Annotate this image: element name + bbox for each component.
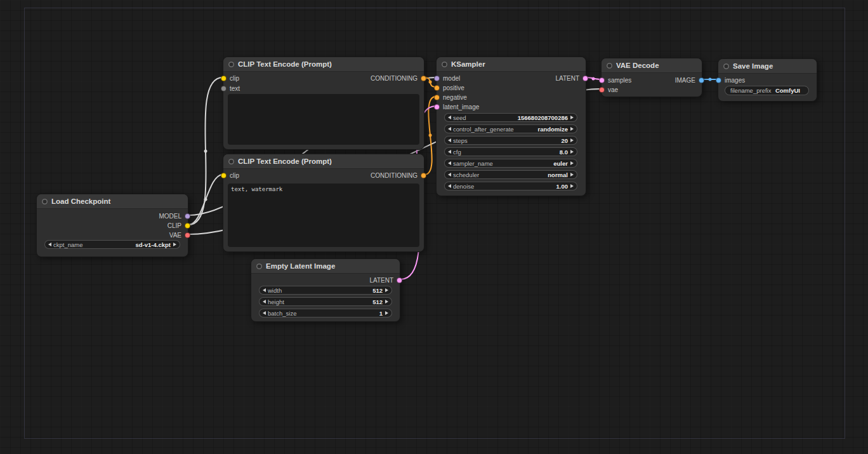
input-port-latent-image[interactable]: latent_image bbox=[434, 102, 479, 111]
collapse-toggle-icon[interactable] bbox=[723, 63, 729, 69]
filename-prefix-widget[interactable]: filename_prefix ComfyUI bbox=[725, 86, 809, 95]
vae-port-dot[interactable] bbox=[599, 87, 605, 93]
decrement-arrow-icon[interactable] bbox=[448, 138, 451, 142]
clip-port-dot[interactable] bbox=[221, 173, 227, 178]
image-port-dot[interactable] bbox=[716, 77, 721, 83]
decrement-arrow-icon[interactable] bbox=[448, 127, 451, 131]
latent-port-dot[interactable] bbox=[582, 76, 588, 81]
conditioning-port-dot[interactable] bbox=[434, 95, 440, 100]
collapse-toggle-icon[interactable] bbox=[442, 62, 447, 67]
collapse-toggle-icon[interactable] bbox=[256, 264, 262, 269]
increment-arrow-icon[interactable] bbox=[570, 150, 574, 154]
input-port-clip[interactable]: clip bbox=[221, 171, 239, 180]
prompt-textarea[interactable] bbox=[228, 94, 419, 145]
node-vae-decode[interactable]: VAE Decode samples vae IMAGE bbox=[601, 58, 702, 97]
clip-port-dot[interactable] bbox=[221, 76, 227, 81]
latent-port-dot[interactable] bbox=[599, 77, 605, 83]
node-title-bar[interactable]: Empty Latent Image bbox=[251, 259, 400, 274]
increment-arrow-icon[interactable] bbox=[570, 184, 574, 188]
increment-arrow-icon[interactable] bbox=[385, 288, 388, 292]
input-port-negative[interactable]: negative bbox=[434, 93, 467, 102]
conditioning-port-dot[interactable] bbox=[434, 85, 440, 91]
input-port-model[interactable]: model bbox=[434, 74, 460, 83]
sampler-name-widget[interactable]: sampler_name euler bbox=[444, 159, 577, 168]
node-save-image[interactable]: Save Image images filename_prefix ComfyU… bbox=[718, 58, 817, 102]
node-title-bar[interactable]: CLIP Text Encode (Prompt) bbox=[223, 57, 424, 72]
increment-arrow-icon[interactable] bbox=[570, 161, 574, 165]
control-after-generate-widget[interactable]: control_after_generate randomize bbox=[444, 124, 577, 133]
cfg-widget[interactable]: cfg 8.0 bbox=[444, 147, 577, 156]
height-widget[interactable]: height 512 bbox=[259, 297, 392, 306]
node-title-bar[interactable]: Load Checkpoint bbox=[37, 194, 188, 209]
ckpt-name-widget[interactable]: ckpt_name sd-v1-4.ckpt bbox=[44, 240, 180, 249]
seed-widget[interactable]: seed 156680208700286 bbox=[444, 113, 577, 122]
node-title-bar[interactable]: Save Image bbox=[718, 59, 817, 74]
node-title-bar[interactable]: VAE Decode bbox=[602, 58, 702, 73]
conditioning-port-dot[interactable] bbox=[421, 173, 426, 178]
output-port-latent[interactable]: LATENT bbox=[555, 74, 588, 83]
batch-size-widget[interactable]: batch_size 1 bbox=[259, 309, 392, 317]
input-port-text[interactable]: text bbox=[221, 84, 240, 93]
node-title: CLIP Text Encode (Prompt) bbox=[238, 60, 332, 68]
decrement-arrow-icon[interactable] bbox=[448, 184, 451, 188]
input-port-samples[interactable]: samples bbox=[599, 76, 631, 84]
width-widget[interactable]: width 512 bbox=[259, 286, 392, 295]
input-port-vae[interactable]: vae bbox=[599, 85, 618, 94]
vae-port-dot[interactable] bbox=[185, 232, 190, 238]
clip-port-dot[interactable] bbox=[185, 223, 190, 229]
input-port-clip[interactable]: clip bbox=[221, 74, 239, 83]
node-ksampler[interactable]: KSampler model positive negative latent_… bbox=[436, 57, 586, 196]
decrement-arrow-icon[interactable] bbox=[263, 300, 266, 304]
steps-widget[interactable]: steps 20 bbox=[444, 136, 577, 145]
model-port-dot[interactable] bbox=[434, 76, 440, 81]
increment-arrow-icon[interactable] bbox=[385, 311, 388, 315]
decrement-arrow-icon[interactable] bbox=[263, 288, 266, 292]
decrement-arrow-icon[interactable] bbox=[48, 243, 51, 246]
node-empty-latent-image[interactable]: Empty Latent Image LATENT width 512 heig… bbox=[251, 258, 400, 322]
input-port-positive[interactable]: positive bbox=[434, 83, 464, 92]
image-port-dot[interactable] bbox=[699, 77, 704, 83]
output-port-vae[interactable]: VAE bbox=[169, 230, 190, 239]
collapse-toggle-icon[interactable] bbox=[228, 159, 234, 164]
output-port-conditioning[interactable]: CONDITIONING bbox=[371, 171, 426, 180]
node-title: Save Image bbox=[733, 62, 773, 70]
node-title: Load Checkpoint bbox=[51, 197, 110, 205]
node-title-bar[interactable]: KSampler bbox=[437, 57, 586, 72]
denoise-widget[interactable]: denoise 1.00 bbox=[444, 182, 577, 190]
decrement-arrow-icon[interactable] bbox=[448, 161, 451, 165]
node-title: VAE Decode bbox=[616, 62, 659, 69]
input-port-images[interactable]: images bbox=[716, 76, 745, 84]
increment-arrow-icon[interactable] bbox=[385, 300, 388, 304]
node-clip-text-encode-negative[interactable]: CLIP Text Encode (Prompt) clip CONDITION… bbox=[223, 154, 424, 252]
model-port-dot[interactable] bbox=[185, 213, 190, 219]
collapse-toggle-icon[interactable] bbox=[607, 63, 612, 69]
text-port-dot[interactable] bbox=[221, 86, 227, 91]
decrement-arrow-icon[interactable] bbox=[263, 311, 266, 315]
increment-arrow-icon[interactable] bbox=[570, 173, 574, 177]
node-clip-text-encode-positive[interactable]: CLIP Text Encode (Prompt) clip text COND… bbox=[223, 57, 424, 150]
node-load-checkpoint[interactable]: Load Checkpoint MODEL CLIP VAE ckpt_name… bbox=[36, 194, 188, 257]
output-port-latent[interactable]: LATENT bbox=[369, 276, 402, 284]
link-midpoint-dot bbox=[429, 134, 432, 137]
increment-arrow-icon[interactable] bbox=[570, 116, 574, 119]
latent-port-dot[interactable] bbox=[434, 104, 440, 110]
collapse-toggle-icon[interactable] bbox=[228, 62, 234, 67]
increment-arrow-icon[interactable] bbox=[173, 243, 176, 246]
increment-arrow-icon[interactable] bbox=[570, 138, 574, 142]
prompt-textarea[interactable]: text, watermark bbox=[228, 184, 419, 247]
increment-arrow-icon[interactable] bbox=[570, 127, 574, 131]
output-port-image[interactable]: IMAGE bbox=[675, 76, 704, 84]
output-port-conditioning[interactable]: CONDITIONING bbox=[371, 74, 426, 83]
scheduler-widget[interactable]: scheduler normal bbox=[444, 170, 577, 179]
graph-canvas[interactable]: Load Checkpoint MODEL CLIP VAE ckpt_name… bbox=[0, 0, 868, 454]
latent-port-dot[interactable] bbox=[397, 277, 402, 283]
conditioning-port-dot[interactable] bbox=[421, 76, 426, 81]
output-port-model[interactable]: MODEL bbox=[159, 211, 190, 220]
output-port-clip[interactable]: CLIP bbox=[168, 221, 190, 230]
decrement-arrow-icon[interactable] bbox=[448, 173, 451, 177]
node-title-bar[interactable]: CLIP Text Encode (Prompt) bbox=[223, 154, 424, 169]
link-midpoint-dot bbox=[709, 78, 712, 81]
collapse-toggle-icon[interactable] bbox=[42, 199, 48, 204]
decrement-arrow-icon[interactable] bbox=[448, 116, 451, 119]
decrement-arrow-icon[interactable] bbox=[448, 150, 451, 154]
